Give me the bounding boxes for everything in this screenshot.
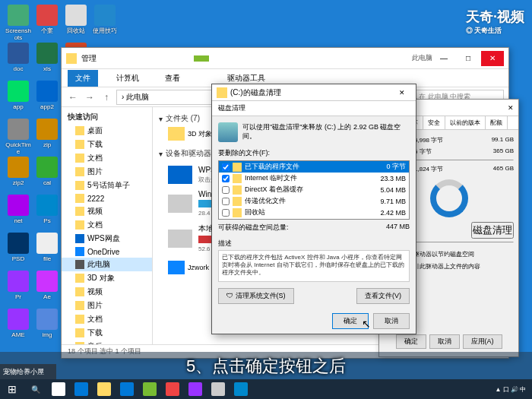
sidebar-thispc[interactable]: 此电脑 — [62, 258, 152, 271]
taskbar-app[interactable] — [161, 379, 184, 399]
cleanup-item[interactable]: 已下载的程序文件0 字节 — [219, 161, 409, 173]
search-button[interactable]: 🔍 — [24, 379, 47, 399]
props-cancel-button[interactable]: 取消 — [429, 334, 460, 349]
sidebar-item[interactable]: 图片 — [62, 165, 152, 179]
desktop-icon[interactable]: app2 — [33, 81, 61, 110]
back-button[interactable]: ← — [66, 90, 80, 104]
cleanup-item[interactable]: 回收站2.42 MB — [219, 207, 409, 218]
disk-cleanup-button[interactable]: 磁盘清理 — [471, 222, 514, 239]
disk-cleanup-dialog: (C:)的磁盘清理 ✕ 磁盘清理 可以使用"磁盘清理"来释放 (C:) 上的 2… — [211, 84, 416, 334]
props-ok-button[interactable]: 确定 — [396, 334, 426, 349]
ribbon-tab-computer[interactable]: 计算机 — [109, 70, 147, 87]
taskbar-app[interactable] — [230, 379, 252, 399]
usage-chart — [430, 179, 468, 217]
folder-item[interactable]: 3D 对象 — [168, 127, 214, 141]
desktop-icon[interactable]: xls — [33, 43, 61, 72]
cleanup-file-list[interactable]: 已下载的程序文件0 字节Internet 临时文件23.3 MBDirectX … — [218, 160, 410, 220]
sidebar-onedrive[interactable]: OneDrive — [62, 245, 152, 258]
cleanup-item-checkbox[interactable] — [222, 175, 230, 182]
system-tray[interactable]: ▲ 口 🔊 中 — [489, 385, 532, 394]
video-caption: 5、点击确定按钮之后 — [0, 352, 532, 381]
desktop-icon[interactable]: cal — [33, 157, 61, 186]
desktop-icon[interactable]: QuickTime — [5, 119, 32, 155]
sidebar-wps[interactable]: WPS网盘 — [62, 232, 152, 245]
desktop-icon[interactable]: 使用技巧 — [91, 5, 119, 34]
explorer-titlebar[interactable]: 管理 此电脑 — □ ✕ — [62, 48, 508, 69]
taskbar-app[interactable] — [70, 379, 93, 399]
taskbar-app[interactable] — [116, 379, 138, 399]
cleanup-ok-button[interactable]: 确定 — [332, 313, 369, 329]
sidebar-item[interactable]: 下载 — [62, 138, 152, 151]
cleanup-titlebar[interactable]: (C:)的磁盘清理 ✕ — [212, 84, 416, 101]
desktop-icon[interactable]: PSD — [5, 233, 32, 262]
files-label: 要删除的文件(F): — [218, 148, 410, 158]
clean-system-button[interactable]: 🛡 清理系统文件(S) — [218, 288, 294, 304]
cleanup-cancel-button[interactable]: 取消 — [373, 313, 410, 329]
props-apply-button[interactable]: 应用(A) — [463, 334, 502, 349]
start-button[interactable]: ⊞ — [0, 379, 24, 399]
watermark: 天奇·视频 ◎ 天奇生活 — [466, 8, 524, 36]
close-button[interactable]: ✕ — [481, 51, 504, 66]
cleanup-item[interactable]: 传递优化文件9.71 MB — [219, 195, 409, 207]
sidebar-quick[interactable]: 快速访问 — [62, 110, 152, 124]
sidebar-item[interactable]: 下载 — [62, 326, 152, 340]
desktop-icon[interactable]: 回收站 — [62, 5, 90, 34]
taskbar-app[interactable] — [184, 379, 207, 399]
close-icon[interactable]: ✕ — [508, 104, 514, 112]
sidebar-item[interactable]: 图片 — [62, 299, 152, 312]
taskbar-app[interactable] — [47, 379, 70, 399]
desktop-icon[interactable]: img — [33, 309, 61, 338]
desc-title: 描述 — [218, 239, 410, 249]
ribbon-tab-view[interactable]: 查看 — [157, 70, 188, 87]
cleanup-item[interactable]: DirectX 着色器缓存5.04 MB — [219, 184, 409, 195]
tab-quota[interactable]: 配额 — [486, 116, 508, 129]
desktop-icon[interactable]: Screenshots — [5, 5, 32, 41]
sidebar-item[interactable]: 视频 — [62, 204, 152, 218]
sidebar-item[interactable]: 5号话筒单子 — [62, 179, 152, 192]
desktop-icon[interactable]: Ae — [33, 271, 61, 300]
maximize-button[interactable]: □ — [457, 51, 480, 66]
sidebar-item[interactable]: 2222 — [62, 192, 152, 204]
sidebar: 快速访问 桌面下载文档图片5号话筒单子2222视频文档 WPS网盘 OneDri… — [62, 107, 153, 344]
minimize-button[interactable]: — — [432, 51, 455, 66]
taskbar-app[interactable] — [207, 379, 230, 399]
sidebar-item[interactable]: 文档 — [62, 312, 152, 326]
sidebar-item[interactable]: 音乐 — [62, 340, 152, 344]
desktop-icon[interactable]: net — [5, 195, 32, 224]
taskbar: ⊞ 🔍 ▲ 口 🔊 中 — [0, 379, 532, 399]
desc-text: 已下载的程序文件包括 ActiveX 控件和 Java 小程序，你查看特定网页时… — [218, 250, 410, 282]
ribbon-tab-file[interactable]: 文件 — [68, 70, 98, 87]
jzwork-item[interactable]: Jzwork — [168, 261, 214, 274]
cleanup-item-checkbox[interactable] — [222, 209, 230, 217]
cleanup-icon — [217, 87, 227, 98]
tab-prev[interactable]: 以前的版本 — [445, 116, 486, 129]
desktop-icon[interactable]: zip2 — [5, 157, 32, 186]
sidebar-item[interactable]: 文档 — [62, 151, 152, 165]
ribbon-mgmt — [194, 55, 209, 62]
sidebar-item[interactable]: 文档 — [62, 218, 152, 232]
cleanup-item-checkbox[interactable] — [222, 186, 230, 194]
tab-security[interactable]: 安全 — [423, 116, 445, 129]
cleanup-tab[interactable]: 磁盘清理 — [212, 101, 416, 116]
sidebar-item[interactable]: 视频 — [62, 285, 152, 299]
sidebar-item[interactable]: 3D 对象 — [62, 271, 152, 285]
up-button[interactable]: ↑ — [100, 90, 113, 104]
mini-window[interactable]: 宠物给养小屋 — [0, 364, 56, 379]
desktop-icon[interactable]: 个案 — [33, 5, 61, 34]
taskbar-app[interactable] — [138, 379, 161, 399]
cleanup-item-checkbox[interactable] — [222, 163, 230, 171]
desktop-icon[interactable]: Pr — [5, 271, 32, 300]
cleanup-item-checkbox[interactable] — [222, 198, 230, 205]
desktop-icon[interactable]: doc — [5, 43, 32, 72]
view-files-button[interactable]: 查看文件(V) — [356, 288, 410, 304]
desktop-icon[interactable]: app — [5, 81, 32, 110]
desktop-icon[interactable]: Ps — [33, 195, 61, 224]
desktop-icon[interactable]: AME — [5, 309, 32, 338]
forward-button[interactable]: → — [83, 90, 97, 104]
desktop-icon[interactable]: file — [33, 233, 61, 262]
cleanup-item[interactable]: Internet 临时文件23.3 MB — [219, 173, 409, 184]
desktop-icon[interactable]: zip — [33, 119, 61, 148]
sidebar-item[interactable]: 桌面 — [62, 124, 152, 138]
taskbar-app[interactable] — [93, 379, 116, 399]
close-icon[interactable]: ✕ — [393, 89, 411, 97]
